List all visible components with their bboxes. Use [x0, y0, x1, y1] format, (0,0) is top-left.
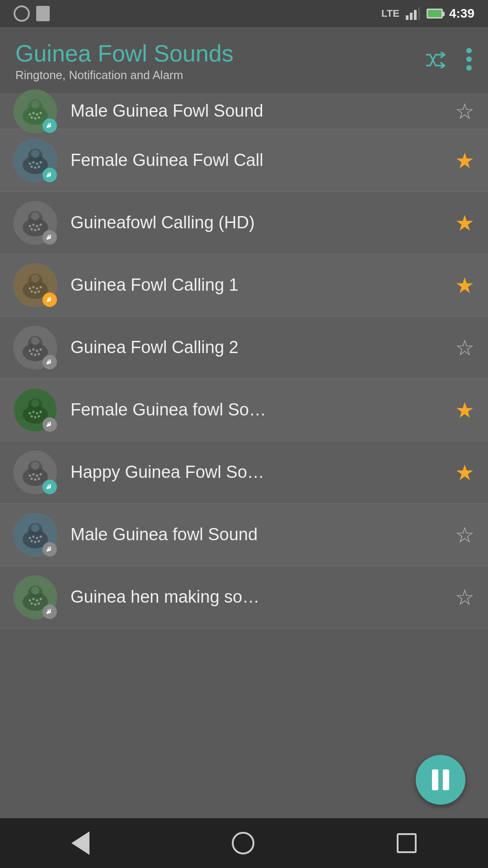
svg-point-99: [29, 599, 31, 601]
list-item[interactable]: Guinea Fowl Calling 1 ★: [0, 254, 488, 316]
status-bar: LTE 4:39: [0, 0, 488, 27]
star-toggle-button[interactable]: ☆: [455, 585, 474, 610]
star-toggle-button[interactable]: ☆: [455, 522, 474, 547]
more-options-button[interactable]: [465, 47, 473, 76]
music-badge: [42, 292, 57, 307]
svg-point-67: [33, 410, 35, 413]
svg-point-58: [40, 348, 42, 350]
item-thumbnail: [14, 451, 57, 494]
recents-button[interactable]: [397, 833, 417, 853]
svg-point-98: [31, 586, 39, 594]
svg-point-91: [40, 535, 42, 538]
svg-point-93: [34, 541, 37, 543]
list-item[interactable]: Guinea hen making so… ☆: [0, 566, 488, 628]
svg-point-28: [38, 165, 40, 168]
svg-point-71: [34, 416, 37, 418]
svg-point-43: [31, 274, 39, 283]
status-right-icons: LTE 4:39: [381, 6, 474, 21]
svg-point-27: [34, 166, 37, 169]
star-toggle-button[interactable]: ★: [455, 460, 474, 485]
star-toggle-button[interactable]: ☆: [455, 335, 474, 360]
svg-point-57: [36, 349, 38, 352]
item-name: Guineafowl Calling (HD): [57, 213, 455, 232]
svg-point-26: [31, 165, 33, 168]
svg-point-60: [34, 354, 37, 356]
svg-rect-3: [418, 7, 420, 20]
list-item[interactable]: Female Guinea fowl So… ★: [0, 379, 488, 441]
app-subtitle: Ringtone, Notification and Alarm: [15, 68, 234, 82]
star-toggle-button[interactable]: ★: [455, 210, 474, 236]
star-toggle-button[interactable]: ★: [455, 273, 474, 298]
svg-point-90: [36, 537, 38, 539]
svg-point-103: [31, 602, 33, 604]
list-item[interactable]: Happy Guinea Fowl So… ★: [0, 441, 488, 504]
svg-point-12: [33, 112, 35, 114]
svg-point-4: [466, 48, 472, 53]
svg-point-101: [36, 599, 38, 601]
star-toggle-button[interactable]: ★: [455, 397, 474, 423]
back-button[interactable]: [71, 831, 89, 855]
home-button[interactable]: [232, 832, 254, 854]
header-actions: [426, 47, 473, 76]
bottom-nav-bar: [0, 818, 488, 868]
svg-point-21: [31, 150, 39, 158]
svg-point-104: [34, 603, 37, 605]
list-item[interactable]: Male Guinea Fowl Sound ☆: [0, 93, 488, 129]
svg-rect-0: [406, 15, 408, 20]
svg-point-78: [33, 473, 35, 475]
svg-point-47: [40, 286, 42, 288]
svg-point-54: [31, 337, 39, 345]
clock: 4:39: [449, 6, 474, 21]
svg-point-23: [33, 161, 35, 163]
svg-point-61: [38, 353, 40, 355]
battery-icon: [427, 9, 443, 19]
svg-point-16: [34, 117, 37, 119]
header-title-group: Guinea Fowl Sounds Ringtone, Notificatio…: [15, 41, 234, 82]
music-badge: [42, 355, 57, 369]
sound-list: Male Guinea Fowl Sound ☆: [0, 93, 488, 628]
svg-point-94: [38, 540, 40, 542]
music-badge: [42, 604, 57, 619]
svg-point-5: [466, 57, 472, 62]
svg-point-37: [31, 228, 33, 230]
item-name: Female Guinea Fowl Call: [57, 151, 455, 170]
svg-rect-1: [410, 13, 413, 20]
item-thumbnail: [14, 326, 57, 369]
svg-point-89: [33, 535, 35, 538]
item-name: Male Guinea fowl Sound: [57, 525, 455, 544]
svg-point-105: [38, 602, 40, 604]
item-name: Guinea Fowl Calling 1: [57, 275, 455, 295]
svg-point-38: [34, 229, 37, 231]
svg-point-88: [29, 537, 31, 539]
svg-point-59: [31, 353, 33, 355]
list-item[interactable]: Male Guinea fowl Sound ☆: [0, 504, 488, 566]
lte-label: LTE: [381, 8, 399, 19]
item-name: Happy Guinea Fowl So…: [57, 462, 455, 482]
shuffle-button[interactable]: [426, 50, 449, 73]
music-badge: [42, 542, 57, 557]
sim-icon: [36, 6, 50, 21]
svg-point-46: [36, 287, 38, 289]
svg-point-66: [29, 412, 31, 414]
music-badge: [42, 168, 57, 182]
svg-point-49: [34, 291, 37, 293]
list-item[interactable]: Guinea Fowl Calling 2 ☆: [0, 316, 488, 379]
svg-point-69: [40, 410, 42, 413]
list-item[interactable]: Guineafowl Calling (HD) ★: [0, 192, 488, 254]
svg-point-76: [31, 462, 39, 470]
item-name: Guinea Fowl Calling 2: [57, 338, 455, 357]
item-thumbnail: [14, 90, 57, 133]
svg-point-82: [34, 478, 37, 481]
svg-point-81: [31, 477, 33, 480]
svg-point-55: [29, 349, 31, 352]
svg-point-77: [29, 474, 31, 476]
pause-fab-button[interactable]: [416, 755, 465, 805]
music-badge: [42, 118, 57, 133]
svg-point-35: [36, 225, 38, 227]
notification-icon: [14, 5, 30, 22]
star-toggle-button[interactable]: ☆: [455, 99, 474, 124]
item-name: Male Guinea Fowl Sound: [57, 101, 455, 121]
music-badge: [42, 480, 57, 494]
list-item[interactable]: Female Guinea Fowl Call ★: [0, 129, 488, 192]
star-toggle-button[interactable]: ★: [455, 148, 474, 173]
